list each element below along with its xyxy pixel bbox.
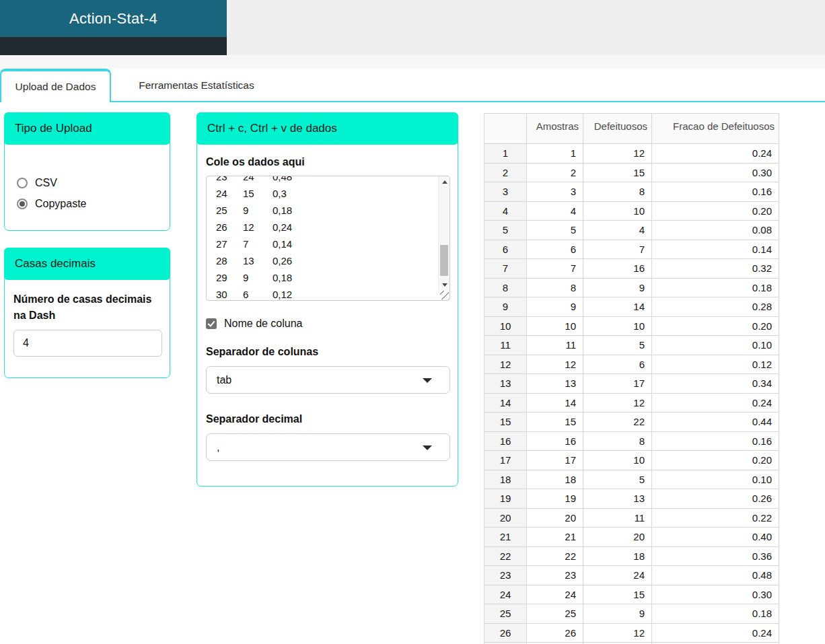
cell-defeituosos[interactable]: 18: [583, 546, 652, 566]
decimal-separator-dropdown[interactable]: ,: [206, 433, 450, 461]
tab-upload-de-dados[interactable]: Upload de Dados: [0, 69, 111, 102]
scroll-down-icon[interactable]: [439, 279, 450, 290]
cell-defeituosos[interactable]: 20: [583, 528, 652, 547]
cell-fracao[interactable]: 0.30: [652, 163, 779, 182]
cell-amostras[interactable]: 12: [527, 355, 583, 374]
cell-fracao[interactable]: 0.22: [652, 508, 779, 528]
cell-fracao[interactable]: 0.20: [652, 451, 779, 470]
radio-icon-copypaste[interactable]: [17, 199, 28, 209]
cell-defeituosos[interactable]: 5: [583, 470, 652, 489]
tab-ferramentas-estatisticas[interactable]: Ferramentas Estatísticas: [112, 69, 281, 102]
cell-defeituosos[interactable]: 10: [583, 201, 652, 221]
cell-amostras[interactable]: 25: [527, 604, 583, 624]
cell-defeituosos[interactable]: 14: [583, 297, 652, 317]
radio-option-csv[interactable]: CSV: [17, 172, 170, 193]
textarea-scrollbar[interactable]: [438, 176, 450, 290]
cell-defeituosos[interactable]: 4: [583, 221, 652, 240]
cell-fracao[interactable]: 0.16: [652, 182, 779, 202]
cell-amostras[interactable]: 3: [527, 182, 583, 202]
cell-fracao[interactable]: 0.08: [652, 221, 779, 240]
cell-amostras[interactable]: 18: [527, 470, 583, 489]
cell-fracao[interactable]: 0.28: [652, 297, 779, 317]
cell-amostras[interactable]: 20: [527, 508, 583, 528]
paste-textarea[interactable]: 23240,48 24150,3 2590,18 26120,24: [206, 176, 450, 301]
scroll-up-icon[interactable]: [439, 176, 450, 187]
cell-fracao[interactable]: 0.20: [652, 201, 779, 221]
cell-defeituosos[interactable]: 12: [583, 393, 652, 413]
cell-defeituosos[interactable]: 12: [583, 144, 652, 164]
cell-defeituosos[interactable]: 6: [583, 355, 652, 374]
cell-amostras[interactable]: 26: [527, 623, 583, 643]
cell-amostras[interactable]: 23: [527, 566, 583, 585]
cell-amostras[interactable]: 1: [527, 144, 583, 164]
cell-amostras[interactable]: 4: [527, 201, 583, 221]
cell-defeituosos[interactable]: 7: [583, 240, 652, 259]
cell-fracao[interactable]: 0.26: [652, 489, 779, 509]
cell-defeituosos[interactable]: 11: [583, 508, 652, 528]
cell-fracao[interactable]: 0.12: [652, 355, 779, 374]
cell-fracao[interactable]: 0.24: [652, 144, 779, 164]
cell-index: 22: [485, 546, 527, 566]
cell-defeituosos[interactable]: 13: [583, 489, 652, 509]
radio-option-copypaste[interactable]: Copypaste: [17, 193, 170, 214]
checkbox-checked-icon[interactable]: [206, 318, 217, 329]
cell-fracao[interactable]: 0.34: [652, 374, 779, 394]
cell-fracao[interactable]: 0.40: [652, 528, 779, 547]
cell-fracao[interactable]: 0.10: [652, 336, 779, 355]
cell-amostras[interactable]: 6: [527, 240, 583, 259]
cell-amostras[interactable]: 11: [527, 336, 583, 355]
cell-defeituosos[interactable]: 16: [583, 259, 652, 279]
cell-defeituosos[interactable]: 9: [583, 278, 652, 297]
cell-defeituosos[interactable]: 10: [583, 316, 652, 336]
cell-amostras[interactable]: 13: [527, 374, 583, 394]
cell-fracao[interactable]: 0.32: [652, 259, 779, 279]
cell-amostras[interactable]: 21: [527, 528, 583, 547]
cell-amostras[interactable]: 22: [527, 546, 583, 566]
column-separator-value: tab: [217, 374, 231, 386]
cell-defeituosos[interactable]: 8: [583, 182, 652, 202]
cell-fracao[interactable]: 0.18: [652, 604, 779, 624]
cell-amostras[interactable]: 17: [527, 451, 583, 470]
cell-amostras[interactable]: 7: [527, 259, 583, 279]
cell-fracao[interactable]: 0.16: [652, 431, 779, 451]
column-separator-dropdown[interactable]: tab: [206, 366, 450, 394]
cell-amostras[interactable]: 14: [527, 393, 583, 413]
cell-defeituosos[interactable]: 17: [583, 374, 652, 394]
cell-defeituosos[interactable]: 8: [583, 431, 652, 451]
column-name-checkbox-row[interactable]: Nome de coluna: [206, 318, 303, 330]
cell-fracao[interactable]: 0.24: [652, 623, 779, 643]
cell-amostras[interactable]: 9: [527, 297, 583, 317]
cell-amostras[interactable]: 2: [527, 163, 583, 182]
cell-amostras[interactable]: 8: [527, 278, 583, 297]
cell-defeituosos[interactable]: 22: [583, 413, 652, 432]
cell-fracao[interactable]: 0.30: [652, 585, 779, 604]
scrollbar-thumb[interactable]: [440, 245, 448, 276]
cell-amostras[interactable]: 5: [527, 221, 583, 240]
cell-defeituosos[interactable]: 24: [583, 566, 652, 585]
cell-amostras[interactable]: 10: [527, 316, 583, 336]
cell-fracao[interactable]: 0.20: [652, 316, 779, 336]
cell-fracao[interactable]: 0.24: [652, 393, 779, 413]
cell-amostras[interactable]: 24: [527, 585, 583, 604]
decimals-input[interactable]: [13, 330, 162, 357]
resize-grip-icon[interactable]: [440, 291, 449, 299]
cell-fracao[interactable]: 0.48: [652, 566, 779, 585]
cell-fracao[interactable]: 0.18: [652, 278, 779, 297]
cell-amostras[interactable]: 16: [527, 431, 583, 451]
cell-defeituosos[interactable]: 9: [583, 604, 652, 624]
paste-textarea-line: 26120,24: [216, 219, 438, 236]
radio-icon-csv[interactable]: [17, 178, 28, 188]
cell-index: 6: [485, 240, 527, 259]
cell-defeituosos[interactable]: 15: [583, 163, 652, 182]
cell-defeituosos[interactable]: 5: [583, 336, 652, 355]
cell-fracao[interactable]: 0.44: [652, 413, 779, 432]
radio-label-csv: CSV: [35, 177, 57, 189]
cell-fracao[interactable]: 0.10: [652, 470, 779, 489]
cell-defeituosos[interactable]: 15: [583, 585, 652, 604]
cell-fracao[interactable]: 0.36: [652, 546, 779, 566]
cell-amostras[interactable]: 19: [527, 489, 583, 509]
cell-amostras[interactable]: 15: [527, 413, 583, 432]
cell-defeituosos[interactable]: 10: [583, 451, 652, 470]
cell-defeituosos[interactable]: 12: [583, 623, 652, 643]
cell-fracao[interactable]: 0.14: [652, 240, 779, 259]
